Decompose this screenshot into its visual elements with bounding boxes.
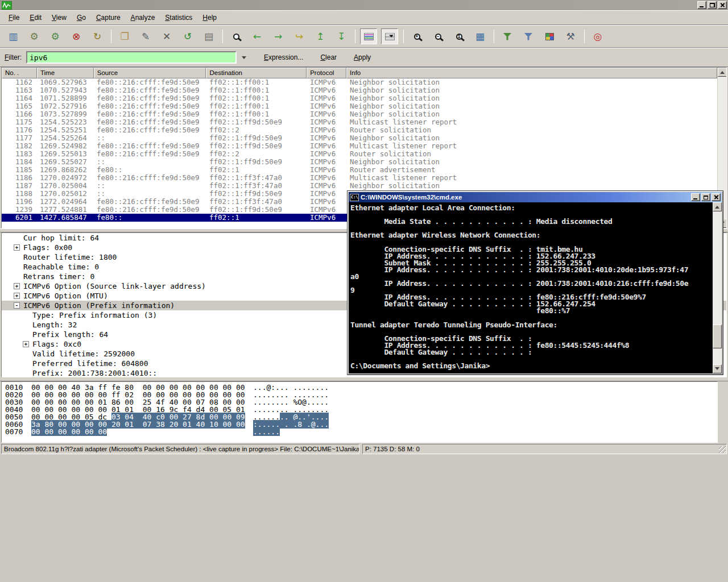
minimize-button[interactable] <box>697 1 706 9</box>
open-capture-file-button[interactable]: ❐ <box>116 28 133 44</box>
cmd-terminal[interactable]: Ethernet adapter Local Area Connection: … <box>349 202 722 373</box>
auto-scroll-live-capture-button[interactable] <box>381 28 398 44</box>
cmd-scroll-down-button[interactable] <box>713 364 722 373</box>
expand-toggle-icon[interactable]: + <box>14 283 20 289</box>
go-to-first-packet-button[interactable]: ↥ <box>312 28 329 44</box>
expand-toggle-icon[interactable]: + <box>14 293 20 299</box>
capture-options-button[interactable]: ⚙ <box>26 28 43 44</box>
go-back-icon: ← <box>253 32 261 41</box>
help-button[interactable]: ◎ <box>589 28 606 44</box>
column-header-time[interactable]: Time <box>37 68 94 78</box>
cell-dst: ff02::1:ff00:1 <box>206 86 307 94</box>
restart-capture-button[interactable]: ↻ <box>89 28 106 44</box>
resize-columns-button[interactable]: ▦ <box>471 28 489 44</box>
cell-info: Router advertisement <box>347 166 717 174</box>
list-interfaces-button[interactable]: ▥ <box>5 28 22 44</box>
menu-go[interactable]: Go <box>72 12 91 23</box>
wireshark-titlebar[interactable] <box>0 0 728 10</box>
preferences-button[interactable]: ⚒ <box>562 28 579 44</box>
find-packet-button[interactable] <box>228 28 245 44</box>
packet-row[interactable]: 11831269.525013fe80::216:cfff:fe9d:50e9f… <box>2 150 717 158</box>
packet-row[interactable]: 11631070.527943fe80::216:cfff:fe9d:50e9f… <box>2 86 717 94</box>
cell-time: 1071.528899 <box>37 94 94 102</box>
cell-proto: ICMPv6 <box>307 142 347 150</box>
expand-toggle-icon[interactable]: + <box>23 341 29 347</box>
cell-info: Neighbor solicitation <box>347 182 717 190</box>
zoom-in-button[interactable]: + <box>408 28 425 44</box>
display-filter-button[interactable] <box>520 28 537 44</box>
menu-edit[interactable]: Edit <box>24 12 47 23</box>
go-to-last-packet-button[interactable]: ↧ <box>333 28 350 44</box>
column-header-source[interactable]: Source <box>94 68 206 78</box>
close-capture-file-button[interactable]: ✕ <box>158 28 175 44</box>
packet-row[interactable]: 11771254.525264::ff02::1:ff9d:50e9ICMPv6… <box>2 134 717 142</box>
restore-button[interactable] <box>708 1 717 9</box>
start-capture-button[interactable]: ⚙ <box>47 28 64 44</box>
cell-src: fe80::216:cfff:fe9d:50e9 <box>94 102 206 110</box>
clear-button[interactable]: Clear <box>318 52 339 63</box>
packet-row[interactable]: 11641071.528899fe80::216:cfff:fe9d:50e9f… <box>2 94 717 102</box>
filter-input[interactable] <box>26 51 237 64</box>
packet-row[interactable]: 11851269.868262fe80::ff02::1ICMPv6Router… <box>2 166 717 174</box>
column-header-destination[interactable]: Destination <box>206 68 307 78</box>
menu-help[interactable]: Help <box>197 12 222 23</box>
open-capture-file-icon: ❐ <box>120 32 129 41</box>
menu-analyze[interactable]: Analyze <box>126 12 160 23</box>
reload-capture-file-button[interactable]: ↺ <box>179 28 196 44</box>
menu-capture[interactable]: Capture <box>91 12 126 23</box>
coloring-rules-button[interactable] <box>541 28 558 44</box>
collapse-toggle-icon[interactable]: - <box>14 302 20 309</box>
hex-dump-pane[interactable]: 001000 00 00 40 3a ff fe 80 00 00 00 00 … <box>1 381 718 443</box>
go-back-button[interactable]: ← <box>249 28 266 44</box>
cell-dst: ff02::1:ff9d:50e9 <box>206 142 307 150</box>
column-header-protocol[interactable]: Protocol <box>307 68 346 78</box>
menu-statistics[interactable]: Statistics <box>160 12 197 23</box>
colorize-packet-list-button[interactable] <box>360 28 377 44</box>
cell-src: fe80::216:cfff:fe9d:50e9 <box>94 110 206 118</box>
menu-view[interactable]: View <box>47 12 72 23</box>
save-capture-file-button[interactable]: ✎ <box>137 28 154 44</box>
cell-src: fe80:: <box>94 166 206 174</box>
column-header-nono[interactable]: No. . <box>2 68 37 78</box>
go-forward-icon: → <box>274 32 282 41</box>
hex-row[interactable]: 00603a 80 00 00 00 00 20 01 07 38 20 01 … <box>2 421 717 428</box>
cmd-titlebar[interactable]: C:\ C:\WINDOWS\system32\cmd.exe <box>349 192 722 202</box>
cmd-maximize-button[interactable] <box>701 193 710 201</box>
apply-button[interactable]: Apply <box>351 52 373 63</box>
packet-row[interactable]: 11651072.527916fe80::216:cfff:fe9d:50e9f… <box>2 102 717 110</box>
cmd-scroll-up-button[interactable] <box>713 202 722 211</box>
pane-splitter-2[interactable] <box>0 377 728 381</box>
go-forward-button[interactable]: → <box>270 28 287 44</box>
cmd-line: Tunnel adapter Teredo Tunneling Pseudo-I… <box>350 322 712 329</box>
packet-row[interactable]: 11821269.524982fe80::216:cfff:fe9d:50e9f… <box>2 142 717 150</box>
scroll-up-button[interactable] <box>718 68 727 77</box>
packet-row[interactable]: 11661073.527899fe80::216:cfff:fe9d:50e9f… <box>2 110 717 118</box>
restore-icon <box>710 3 715 7</box>
cmd-scrollbar[interactable] <box>713 202 722 373</box>
packet-row[interactable]: 11871270.025004::ff02::1:ff3f:47a0ICMPv6… <box>2 182 717 190</box>
packet-row[interactable]: 11751254.525223fe80::216:cfff:fe9d:50e9f… <box>2 118 717 126</box>
expand-toggle-icon[interactable]: + <box>14 244 20 251</box>
cmd-scroll-thumb[interactable] <box>713 325 722 348</box>
zoom-out-button[interactable]: − <box>429 28 446 44</box>
expression-button[interactable]: Expression... <box>262 52 305 63</box>
stop-capture-button[interactable]: ⊗ <box>68 28 85 44</box>
column-header-info[interactable]: Info <box>346 68 717 78</box>
packet-row[interactable]: 11841269.525027::ff02::1:ff9d:50e9ICMPv6… <box>2 158 717 166</box>
cell-dst: ff02::1:ff9d:50e9 <box>206 190 307 198</box>
capture-filter-button[interactable] <box>499 28 516 44</box>
packet-row[interactable]: 11621069.527963fe80::216:cfff:fe9d:50e9f… <box>2 78 717 86</box>
menu-file[interactable]: File <box>3 12 24 23</box>
cell-time: 1254.525223 <box>37 118 94 126</box>
go-to-packet-button[interactable]: ↪ <box>291 28 308 44</box>
cmd-minimize-button[interactable] <box>691 193 700 201</box>
resize-grip[interactable] <box>719 446 726 453</box>
close-button[interactable] <box>718 1 727 9</box>
zoom-100-button[interactable]: 1 <box>450 28 468 44</box>
print-packets-button[interactable]: ▤ <box>200 28 217 44</box>
cmd-close-button[interactable] <box>712 193 721 201</box>
filter-dropdown-button[interactable] <box>239 52 249 63</box>
hex-row[interactable]: 007000 00 00 00 00 00...... <box>2 428 717 435</box>
packet-row[interactable]: 11761254.525251fe80::216:cfff:fe9d:50e9f… <box>2 126 717 134</box>
packet-row[interactable]: 11861270.024972fe80::216:cfff:fe9d:50e9f… <box>2 174 717 182</box>
